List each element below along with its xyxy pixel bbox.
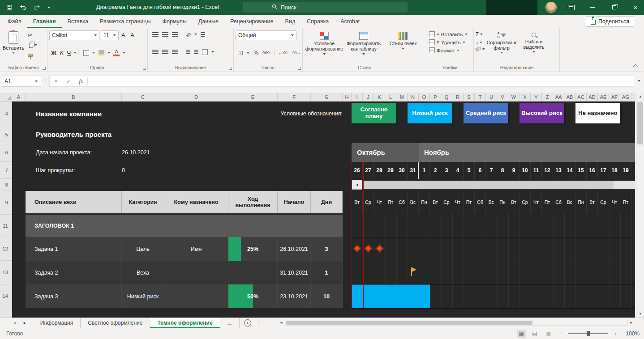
ribbon-tab-4[interactable]: Формулы <box>156 15 192 28</box>
section-header-row[interactable]: ЗАГОЛОВОК 1 <box>26 215 343 237</box>
increase-indent-button[interactable] <box>194 50 198 55</box>
row-header-7[interactable]: 7 <box>0 162 12 179</box>
orientation-button[interactable]: ab <box>185 31 192 38</box>
gantt-date-20[interactable]: 15 <box>575 162 587 179</box>
align-center-button[interactable] <box>162 50 168 55</box>
undo-icon[interactable] <box>20 4 26 10</box>
gantt-date-2[interactable]: 28 <box>374 162 385 179</box>
column-header-AC[interactable]: AC <box>575 93 587 101</box>
zoom-level[interactable]: 100% <box>623 331 640 337</box>
font-color-button[interactable]: А <box>113 49 120 56</box>
gantt-date-3[interactable]: 29 <box>385 162 396 179</box>
ribbon-tab-5[interactable]: Данные <box>193 15 224 28</box>
scroll-up-icon[interactable]: ▲ <box>636 93 644 100</box>
increase-decimal-button[interactable]: ←.00 <box>278 51 287 55</box>
underline-caret-icon[interactable] <box>74 52 77 54</box>
insert-function-button[interactable]: fx <box>75 78 87 85</box>
spreadsheet-canvas[interactable]: Название компании Условные обозначения: … <box>12 102 635 318</box>
hscroll-right-icon[interactable]: ► <box>628 321 635 325</box>
sheet-nav-left-icon[interactable]: ◄ <box>13 321 17 325</box>
gantt-date-9[interactable]: 4 <box>452 162 464 179</box>
gantt-weekday-14[interactable]: Вт <box>508 191 519 213</box>
fill-color-caret-icon[interactable] <box>107 52 110 54</box>
ribbon-tab-6[interactable]: Рецензирование <box>224 15 279 28</box>
gantt-date-5[interactable]: 31 <box>408 162 419 179</box>
row-header-4[interactable]: 4 <box>0 102 12 126</box>
column-header-T[interactable]: T <box>475 93 486 101</box>
paste-button[interactable]: Вставить <box>2 30 25 59</box>
task-cell-2-2[interactable] <box>164 284 228 308</box>
legend-badge-3[interactable]: Высокий риск <box>519 103 564 123</box>
column-header-AB[interactable]: AB <box>564 93 575 101</box>
fill-color-button[interactable] <box>98 50 104 56</box>
sort-filter-button[interactable]: АЯ Сортировка и фильтр <box>486 30 517 54</box>
column-header-W[interactable]: W <box>508 93 519 101</box>
task-cell-2-3[interactable]: 50% <box>228 284 278 308</box>
table-column-header-5[interactable]: Дни <box>311 191 343 213</box>
ribbon-tab-0[interactable]: Файл <box>2 15 27 28</box>
task-cell-0-1[interactable]: Цель <box>122 237 164 261</box>
zoom-slider[interactable] <box>568 333 608 334</box>
project-lead-cell[interactable]: Руководитель проекта <box>36 126 112 143</box>
ribbon-tab-2[interactable]: Вставка <box>62 15 94 28</box>
column-header-Z[interactable]: Z <box>542 93 553 101</box>
align-right-button[interactable] <box>172 50 178 55</box>
legend-label-cell[interactable]: Условные обозначения: <box>200 102 343 126</box>
user-avatar[interactable] <box>545 2 557 13</box>
comma-style-button[interactable]: 000 <box>262 51 270 55</box>
gantt-weekday-5[interactable]: Вс <box>408 191 419 213</box>
column-header-K[interactable]: K <box>374 93 385 101</box>
clear-button[interactable] <box>476 47 485 51</box>
scroll-step-value-cell[interactable]: 0 <box>122 162 125 179</box>
align-top-button[interactable] <box>152 32 159 37</box>
formula-bar-expand-icon[interactable] <box>638 80 640 82</box>
sheet-tab-1[interactable]: Светлое оформление <box>81 318 150 328</box>
start-date-label-cell[interactable]: Дата начала проекта: <box>36 143 92 162</box>
sheet-tab-2[interactable]: Темное оформление <box>150 318 220 328</box>
task-cell-1-0[interactable]: Задача 2 <box>26 261 122 284</box>
legend-badge-0[interactable]: Согласно плану <box>352 103 396 123</box>
gantt-scroll-left-button[interactable]: ◄ <box>352 180 362 190</box>
gantt-weekday-2[interactable]: Чт <box>374 191 385 213</box>
gantt-weekday-4[interactable]: Сб <box>396 191 408 213</box>
horizontal-scrollbar-track[interactable] <box>285 320 628 326</box>
gantt-date-4[interactable]: 30 <box>396 162 408 179</box>
task-cell-1-3[interactable] <box>228 261 278 284</box>
cut-button[interactable]: ✂ <box>27 31 42 39</box>
gantt-weekday-15[interactable]: Ср <box>519 191 531 213</box>
gantt-scrollbar-thumb[interactable] <box>363 181 614 189</box>
decrease-font-button[interactable]: Аˇ <box>129 32 137 38</box>
task-cell-1-4[interactable]: 31.10.2021 <box>278 261 311 284</box>
bold-button[interactable]: Ж <box>51 50 56 56</box>
find-select-button[interactable]: Найти и выделить <box>518 30 550 54</box>
minimize-button[interactable] <box>586 0 599 15</box>
column-header-X[interactable]: X <box>519 93 531 101</box>
format-as-table-button[interactable]: Форматировать как таблицу <box>344 30 383 55</box>
vertical-scrollbar-thumb[interactable] <box>637 102 643 144</box>
clipboard-dialog-launcher-icon[interactable] <box>43 67 46 70</box>
align-left-button[interactable] <box>152 50 159 55</box>
font-size-select[interactable]: 11 <box>101 30 119 40</box>
gantt-weekday-19[interactable]: Вс <box>564 191 575 213</box>
horizontal-scrollbar-thumb[interactable] <box>286 321 532 325</box>
task-cell-2-4[interactable]: 23.10.2021 <box>278 284 311 308</box>
insert-cells-button[interactable]: +Вставить <box>428 31 472 37</box>
hscroll-left-icon[interactable]: ◄ <box>278 321 285 325</box>
borders-button[interactable] <box>83 50 89 56</box>
column-header-N[interactable]: N <box>408 93 419 101</box>
row-header-8[interactable]: 8 <box>0 179 12 191</box>
percent-style-button[interactable]: % <box>253 50 258 56</box>
format-cells-button[interactable]: Формат <box>428 47 472 53</box>
zoom-in-button[interactable]: + <box>613 331 619 337</box>
font-color-caret-icon[interactable] <box>123 52 125 54</box>
normal-view-button[interactable]: ▦ <box>517 330 526 338</box>
column-header-F[interactable]: F <box>278 93 311 101</box>
row-header-13[interactable]: 13 <box>0 261 12 284</box>
column-header-M[interactable]: M <box>396 93 408 101</box>
task-cell-0-5[interactable]: 3 <box>311 237 343 261</box>
number-dialog-launcher-icon[interactable] <box>298 67 301 70</box>
merge-center-caret-icon[interactable] <box>211 51 214 53</box>
column-header-I[interactable]: I <box>352 93 363 101</box>
column-header-S[interactable]: S <box>464 93 475 101</box>
enter-formula-button[interactable]: ✓ <box>62 78 75 85</box>
